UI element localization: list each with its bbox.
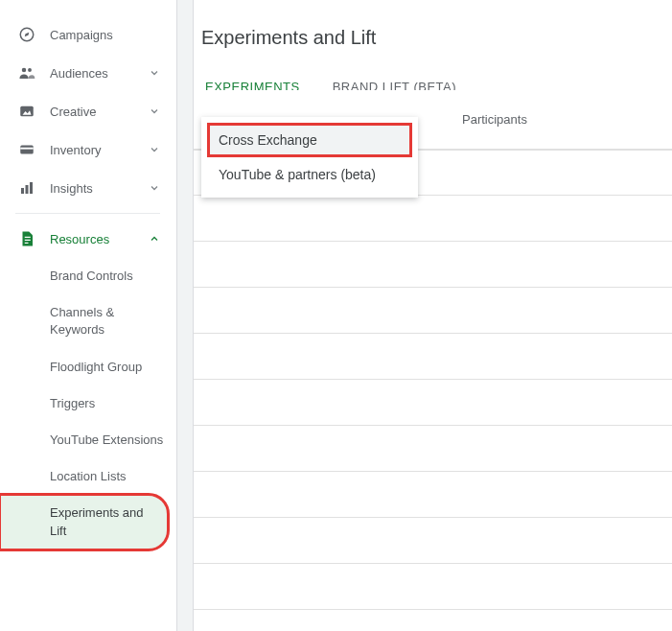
svg-rect-12	[25, 240, 31, 241]
sidebar-item-resources[interactable]: Resources	[0, 220, 175, 258]
svg-rect-6	[20, 146, 34, 154]
sidebar-subitem-floodlight-group[interactable]: Floodlight Group	[0, 349, 175, 386]
image-icon	[17, 102, 36, 121]
menu-item-youtube-partners[interactable]: YouTube & partners (beta)	[201, 157, 418, 192]
divider	[15, 213, 160, 214]
svg-rect-11	[25, 237, 31, 238]
sidebar-item-label: Resources	[50, 232, 149, 246]
sidebar-item-label: Insights	[50, 181, 149, 196]
chevron-down-icon	[149, 67, 162, 79]
chevron-down-icon	[149, 144, 162, 155]
table-row	[194, 380, 672, 426]
table-row	[194, 196, 672, 242]
sidebar-item-label: Creative	[50, 105, 149, 119]
sidebar-item-campaigns[interactable]: Campaigns	[0, 15, 175, 54]
svg-rect-9	[26, 185, 29, 194]
svg-rect-13	[25, 243, 29, 244]
document-icon	[17, 229, 36, 248]
bar-chart-icon	[17, 178, 36, 198]
svg-point-3	[28, 68, 32, 72]
sidebar-subitem-channels-keywords[interactable]: Channels & Keywords	[0, 294, 175, 348]
table-row	[194, 426, 672, 472]
page-title: Experiments and Lift	[194, 0, 672, 68]
sidebar-item-label: Campaigns	[50, 28, 162, 42]
svg-rect-10	[30, 182, 33, 194]
table-column-participants[interactable]: Participants	[462, 112, 527, 127]
sidebar-item-label: Audiences	[50, 66, 149, 81]
chevron-down-icon	[149, 105, 162, 117]
svg-marker-1	[25, 33, 30, 37]
sidebar-subitem-experiments-and-lift[interactable]: Experiments and Lift	[0, 495, 168, 549]
sidebar-subitem-triggers[interactable]: Triggers	[0, 386, 175, 422]
sidebar-item-insights[interactable]: Insights	[0, 169, 175, 207]
sidebar-item-label: Inventory	[50, 143, 149, 157]
sidebar-subitem-location-lists[interactable]: Location Lists	[0, 458, 175, 495]
svg-point-2	[22, 68, 27, 73]
new-experiment-menu: Cross Exchange YouTube & partners (beta)	[201, 117, 418, 198]
table-row	[194, 518, 672, 564]
chevron-up-icon	[149, 233, 162, 245]
resources-sublist: Brand Controls Channels & Keywords Flood…	[0, 258, 175, 549]
menu-item-cross-exchange[interactable]: Cross Exchange	[207, 123, 412, 157]
sidebar-item-inventory[interactable]: Inventory	[0, 130, 175, 169]
svg-rect-7	[20, 148, 34, 150]
table-row	[194, 334, 672, 380]
table-row	[194, 242, 672, 288]
sidebar-item-audiences[interactable]: Audiences	[0, 54, 175, 92]
svg-rect-8	[21, 188, 24, 194]
page-card: Experiments and Lift Experiments Brand L…	[193, 0, 672, 631]
people-icon	[17, 63, 36, 82]
chevron-down-icon	[149, 182, 162, 194]
main-content: Experiments and Lift Experiments Brand L…	[176, 0, 672, 631]
sidebar-subitem-youtube-extensions[interactable]: YouTube Extensions	[0, 422, 175, 458]
card-icon	[17, 140, 36, 159]
sidebar-subitem-brand-controls[interactable]: Brand Controls	[0, 258, 175, 294]
table-row	[194, 472, 672, 518]
sidebar-item-creative[interactable]: Creative	[0, 92, 175, 130]
table-row	[194, 288, 672, 334]
table-row	[194, 564, 672, 610]
sidebar: Campaigns Audiences Creative Inventory	[0, 0, 176, 631]
compass-icon	[17, 25, 36, 44]
